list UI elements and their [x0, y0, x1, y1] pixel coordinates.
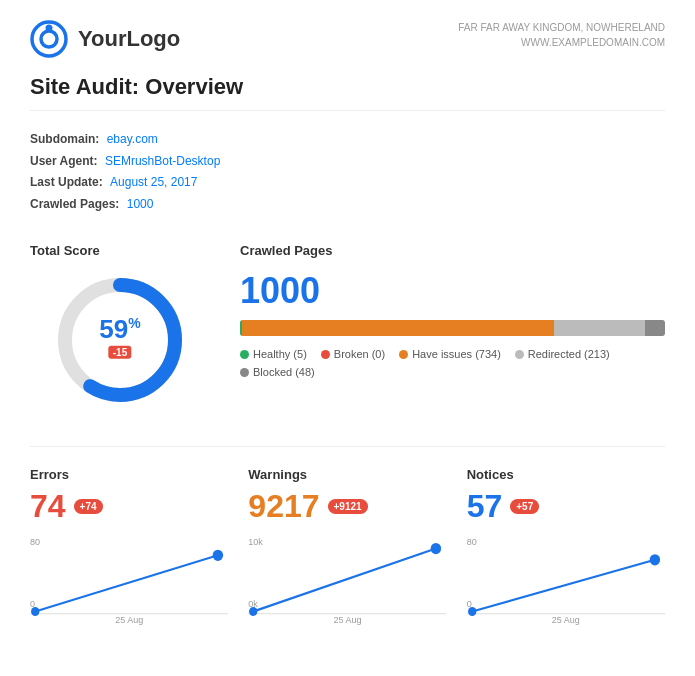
metric-errors-value: 74 [30, 488, 66, 525]
svg-point-1 [41, 31, 57, 47]
meta-last-update: Last Update: August 25, 2017 [30, 172, 665, 194]
legend-healthy: Healthy (5) [240, 348, 307, 360]
metrics-row: Errors 74 +74 80 0 25 Aug Warnings [30, 446, 665, 625]
donut-badge: -15 [109, 346, 131, 359]
legend-dot-issues [399, 350, 408, 359]
total-score-title: Total Score [30, 243, 210, 258]
warnings-chart: 10k 0k 25 Aug [248, 535, 446, 625]
svg-point-10 [431, 543, 441, 554]
crawled-pages-section: Crawled Pages 1000 Healthy (5) Broken (0… [240, 243, 665, 410]
page-title: Site Audit: Overview [30, 74, 665, 111]
svg-point-2 [46, 25, 53, 32]
notices-chart: 80 0 25 Aug [467, 535, 665, 625]
donut-percent: 59% [99, 316, 140, 342]
progress-bar [240, 320, 665, 336]
legend-issues: Have issues (734) [399, 348, 501, 360]
logo-text: YourLogo [78, 26, 180, 52]
company-line2: WWW.EXAMPLEDOMAIN.COM [458, 35, 665, 50]
metric-notices-value-row: 57 +57 [467, 488, 665, 525]
metric-warnings-value-row: 9217 +9121 [248, 488, 446, 525]
svg-point-13 [649, 555, 659, 566]
metric-notices: Notices 57 +57 80 0 25 Aug [467, 467, 665, 625]
svg-point-7 [213, 550, 223, 561]
logo-area: YourLogo [30, 20, 180, 58]
meta-info: Subdomain: ebay.com User Agent: SEMrushB… [30, 129, 665, 215]
legend-dot-redirected [515, 350, 524, 359]
metric-warnings-value: 9217 [248, 488, 319, 525]
progress-redirected [554, 320, 645, 336]
crawled-count: 1000 [240, 270, 665, 312]
metric-errors: Errors 74 +74 80 0 25 Aug [30, 467, 248, 625]
sections-row: Total Score 59% -15 Crawled Pages [30, 243, 665, 410]
meta-crawled-pages: Crawled Pages: 1000 [30, 194, 665, 216]
legend-blocked: Blocked (48) [240, 366, 315, 378]
legend-dot-broken [321, 350, 330, 359]
metric-notices-value: 57 [467, 488, 503, 525]
crawled-pages-title: Crawled Pages [240, 243, 665, 258]
metric-notices-badge: +57 [510, 499, 539, 514]
errors-chart: 80 0 25 Aug [30, 535, 228, 625]
progress-issues [242, 320, 554, 336]
notices-chart-svg [467, 535, 665, 625]
page-container: YourLogo FAR FAR AWAY KINGDOM, NOWHERELA… [0, 0, 695, 676]
progress-blocked [645, 320, 665, 336]
meta-user-agent: User Agent: SEMrushBot-Desktop [30, 151, 665, 173]
metric-warnings: Warnings 9217 +9121 10k 0k 25 Aug [248, 467, 466, 625]
warnings-chart-svg [248, 535, 446, 625]
legend: Healthy (5) Broken (0) Have issues (734)… [240, 348, 665, 378]
meta-subdomain: Subdomain: ebay.com [30, 129, 665, 151]
company-info: FAR FAR AWAY KINGDOM, NOWHERELAND WWW.EX… [458, 20, 665, 50]
logo-icon [30, 20, 68, 58]
legend-redirected: Redirected (213) [515, 348, 610, 360]
header: YourLogo FAR FAR AWAY KINGDOM, NOWHERELA… [30, 20, 665, 58]
legend-broken: Broken (0) [321, 348, 385, 360]
errors-chart-svg [30, 535, 228, 625]
metric-errors-badge: +74 [74, 499, 103, 514]
donut-center: 59% -15 [99, 316, 140, 360]
total-score-section: Total Score 59% -15 [30, 243, 210, 410]
donut-chart: 59% -15 [50, 270, 190, 410]
metric-errors-value-row: 74 +74 [30, 488, 228, 525]
legend-dot-blocked [240, 368, 249, 377]
metric-warnings-badge: +9121 [328, 499, 368, 514]
legend-dot-healthy [240, 350, 249, 359]
company-line1: FAR FAR AWAY KINGDOM, NOWHERELAND [458, 20, 665, 35]
